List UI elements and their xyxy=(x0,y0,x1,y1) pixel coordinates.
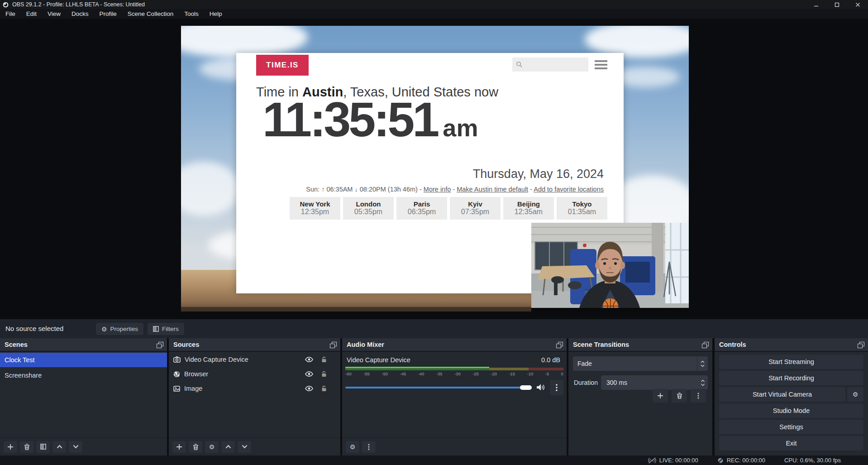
popout-icon[interactable] xyxy=(330,342,336,348)
minimize-button[interactable] xyxy=(806,0,826,9)
speaker-icon[interactable] xyxy=(536,384,545,391)
scene-filters-button[interactable] xyxy=(36,441,50,453)
chevron-up-icon xyxy=(225,445,231,449)
move-scene-up-button[interactable] xyxy=(52,441,66,453)
more-info-link[interactable]: More info xyxy=(424,186,451,193)
visibility-eye-icon[interactable] xyxy=(305,386,313,391)
studio-mode-button[interactable]: Studio Mode xyxy=(719,403,863,418)
transition-menu-button[interactable] xyxy=(691,389,706,403)
city-cell[interactable]: Beijing12:35am xyxy=(503,197,554,220)
mixer-channel-menu-button[interactable] xyxy=(550,380,563,395)
popout-icon[interactable] xyxy=(157,342,163,348)
live-status: LIVE: 00:00:00 xyxy=(648,457,698,464)
transition-select[interactable]: Fade xyxy=(573,356,708,371)
menu-file[interactable]: File xyxy=(0,9,21,19)
maximize-button[interactable] xyxy=(826,0,847,9)
visibility-eye-icon[interactable] xyxy=(305,357,313,362)
volume-slider[interactable] xyxy=(345,387,532,388)
city-cell[interactable]: New York12:35pm xyxy=(290,197,340,220)
scene-item-clock-test[interactable]: Clock Test xyxy=(0,353,167,367)
city-cell[interactable]: London05:35pm xyxy=(343,197,394,220)
add-transition-button[interactable] xyxy=(653,389,668,403)
select-spinner[interactable] xyxy=(697,356,708,371)
menu-edit[interactable]: Edit xyxy=(21,9,42,19)
trash-icon xyxy=(193,444,199,450)
source-properties-button[interactable]: ⚙ xyxy=(205,441,219,453)
volume-slider-handle[interactable] xyxy=(520,385,532,390)
add-scene-button[interactable] xyxy=(4,441,17,453)
remove-scene-button[interactable] xyxy=(20,441,33,453)
trash-icon xyxy=(24,444,30,450)
exit-button[interactable]: Exit xyxy=(719,436,863,451)
scene-item-screenshare[interactable]: Screenshare xyxy=(0,368,167,383)
chevron-down-icon xyxy=(242,445,248,449)
lock-icon[interactable] xyxy=(321,371,327,377)
settings-button[interactable]: Settings xyxy=(719,420,863,434)
popout-icon[interactable] xyxy=(556,342,563,348)
visibility-eye-icon[interactable] xyxy=(305,371,313,377)
filter-icon xyxy=(40,444,46,450)
remove-transition-button[interactable] xyxy=(672,389,687,403)
city-cell[interactable]: Kyiv07:35pm xyxy=(450,197,501,220)
move-source-up-button[interactable] xyxy=(221,441,235,453)
start-recording-button[interactable]: Start Recording xyxy=(719,371,863,385)
filters-button[interactable]: Filters xyxy=(148,323,184,335)
image-icon xyxy=(173,386,180,392)
obs-logo-icon xyxy=(3,2,9,8)
menu-view[interactable]: View xyxy=(42,9,66,19)
world-clock-strip: New York12:35pm London05:35pm Paris06:35… xyxy=(290,197,607,220)
city-cell[interactable]: Paris06:35pm xyxy=(396,197,447,220)
scene-transitions-panel: Scene Transitions Fade Duration 300 ms xyxy=(568,338,712,455)
mixer-toolbar: ⚙ xyxy=(342,437,567,455)
scene-canvas[interactable]: TIME.IS Time in Austin, Texas, United St… xyxy=(181,26,689,312)
mixer-db-value: 0.0 dB xyxy=(541,356,560,364)
source-row-image[interactable]: Image xyxy=(169,382,340,395)
advanced-audio-button[interactable]: ⚙ xyxy=(346,441,359,453)
audio-mixer-header[interactable]: Audio Mixer xyxy=(342,338,567,352)
duration-spinbox[interactable]: 300 ms xyxy=(601,375,708,390)
menu-profile[interactable]: Profile xyxy=(94,9,122,19)
remove-source-button[interactable] xyxy=(189,441,202,453)
mixer-menu-button[interactable] xyxy=(362,441,376,453)
make-default-link[interactable]: Make Austin time default xyxy=(457,186,528,193)
scenes-header[interactable]: Scenes xyxy=(0,338,167,352)
audio-mixer-panel: Audio Mixer Video Capture Device 0.0 dB … xyxy=(342,338,567,455)
source-row-browser[interactable]: Browser xyxy=(169,367,340,381)
gear-icon: ⚙ xyxy=(853,391,858,398)
menubar: File Edit View Docks Profile Scene Colle… xyxy=(0,9,868,19)
properties-button[interactable]: ⚙ Properties xyxy=(96,323,143,335)
start-streaming-button[interactable]: Start Streaming xyxy=(719,355,863,369)
menu-tools[interactable]: Tools xyxy=(179,9,204,19)
rec-status: REC: 00:00:00 xyxy=(717,457,765,464)
controls-header[interactable]: Controls xyxy=(715,338,868,352)
current-date: Thursday, May 16, 2024 xyxy=(473,167,604,181)
city-cell[interactable]: Tokyo01:35am xyxy=(557,197,607,220)
close-button[interactable] xyxy=(847,0,868,9)
menu-docks[interactable]: Docks xyxy=(66,9,94,19)
chevron-down-icon xyxy=(701,364,705,367)
move-source-down-button[interactable] xyxy=(238,441,251,453)
start-virtual-camera-button[interactable]: Start Virtual Camera xyxy=(719,387,845,402)
transitions-header[interactable]: Scene Transitions xyxy=(568,338,712,352)
sources-header[interactable]: Sources xyxy=(169,338,340,352)
lock-icon[interactable] xyxy=(321,356,327,363)
source-row-video-capture[interactable]: Video Capture Device xyxy=(169,353,340,366)
menu-help[interactable]: Help xyxy=(204,9,228,19)
hamburger-menu-icon[interactable] xyxy=(595,60,607,69)
filter-icon xyxy=(153,326,159,332)
preview-area[interactable]: TIME.IS Time in Austin, Texas, United St… xyxy=(0,19,868,319)
menu-scene-collection[interactable]: Scene Collection xyxy=(122,9,179,19)
lock-icon[interactable] xyxy=(321,385,327,392)
duration-spinner[interactable] xyxy=(701,375,705,390)
popout-icon[interactable] xyxy=(702,342,708,348)
webcam-overlay xyxy=(531,223,689,312)
virtual-camera-settings-button[interactable]: ⚙ xyxy=(847,387,863,402)
timeis-logo[interactable]: TIME.IS xyxy=(256,55,309,76)
add-source-button[interactable] xyxy=(172,441,186,453)
search-input[interactable] xyxy=(512,58,588,72)
favorite-link[interactable]: Add to favorite locations xyxy=(534,186,604,193)
chevron-up-icon xyxy=(701,360,705,363)
move-scene-down-button[interactable] xyxy=(69,441,82,453)
duration-label: Duration xyxy=(574,379,598,386)
popout-icon[interactable] xyxy=(858,342,864,348)
